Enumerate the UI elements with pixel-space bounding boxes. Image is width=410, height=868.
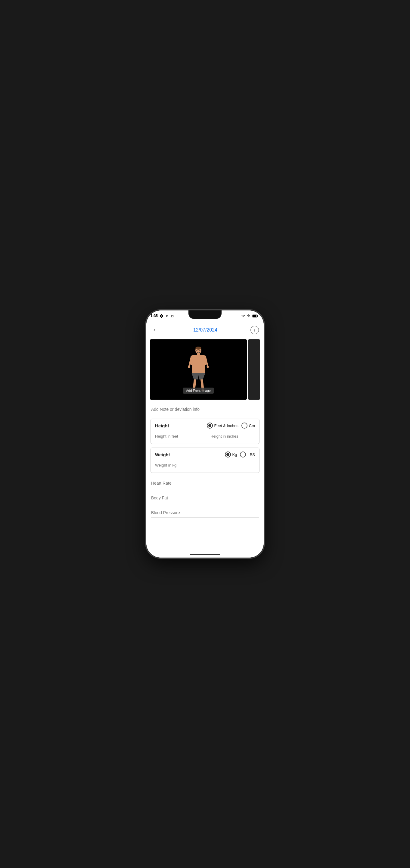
height-cm-radio[interactable] [241, 423, 247, 429]
height-inches-input[interactable] [210, 433, 261, 440]
heart-rate-input[interactable] [151, 478, 259, 488]
weight-section: Weight Kg LBS [150, 447, 260, 473]
weight-section-header: Weight Kg LBS [155, 452, 255, 458]
height-feet-label: Feet & Inches [214, 424, 238, 428]
weight-lbs-radio[interactable] [240, 452, 246, 458]
weight-lbs-label: LBS [247, 453, 255, 457]
height-feet-radio[interactable] [207, 423, 213, 429]
header-date[interactable]: 12/07/2024 [193, 327, 217, 333]
height-label: Height [155, 423, 169, 428]
body-fat-input[interactable] [151, 493, 259, 503]
body-figure-svg [188, 346, 209, 393]
svg-point-7 [207, 366, 209, 368]
image-section: Add Front Image [150, 339, 260, 400]
battery-icon [252, 314, 258, 318]
phone-frame: 1:35 ← 12/07/2024 [146, 310, 264, 558]
height-section: Height Feet & Inches Cm [150, 418, 260, 444]
svg-point-3 [195, 347, 201, 350]
weight-kg-option[interactable]: Kg [225, 452, 237, 458]
height-cm-label: Cm [249, 424, 255, 428]
front-image-area[interactable]: Add Front Image [150, 339, 247, 400]
note-input[interactable] [151, 406, 259, 413]
body-fat-section [146, 491, 264, 505]
svg-point-11 [200, 350, 201, 351]
back-button[interactable]: ← [151, 325, 160, 335]
height-unit-group: Feet & Inches Cm [207, 423, 255, 429]
notch [189, 310, 221, 319]
time-display: 1:35 [150, 314, 158, 318]
note-icon [171, 314, 174, 318]
weight-unit-group: Kg LBS [225, 452, 255, 458]
phone-inner: 1:35 ← 12/07/2024 [146, 310, 264, 558]
add-front-label: Add Front Image [183, 388, 214, 394]
side-image-area[interactable] [248, 339, 260, 400]
status-right [241, 314, 258, 318]
height-cm-option[interactable]: Cm [241, 423, 255, 429]
height-section-header: Height Feet & Inches Cm [155, 423, 255, 429]
svg-point-10 [197, 350, 198, 351]
weight-kg-label: Kg [232, 453, 237, 457]
weight-kg-radio[interactable] [225, 452, 231, 458]
svg-rect-1 [252, 315, 257, 317]
signal-icon [247, 314, 251, 318]
home-bar [190, 554, 220, 555]
weight-label: Weight [155, 452, 170, 457]
status-left: 1:35 [150, 314, 174, 318]
header: ← 12/07/2024 i [146, 321, 264, 338]
settings-icon [160, 314, 164, 318]
home-indicator [146, 552, 264, 558]
height-feet-option[interactable]: Feet & Inches [207, 423, 238, 429]
height-input-row [155, 433, 255, 440]
blood-pressure-section [146, 506, 264, 520]
svg-point-6 [188, 366, 190, 368]
app-content[interactable]: ← 12/07/2024 i [146, 321, 264, 552]
play-icon [165, 314, 169, 318]
height-feet-input[interactable] [155, 433, 206, 440]
heart-rate-section [146, 476, 264, 490]
weight-kg-input[interactable] [155, 462, 210, 469]
blood-pressure-input[interactable] [151, 508, 259, 518]
wifi-icon [241, 314, 246, 318]
note-section [146, 401, 264, 415]
weight-lbs-option[interactable]: LBS [240, 452, 255, 458]
info-button[interactable]: i [250, 326, 259, 334]
